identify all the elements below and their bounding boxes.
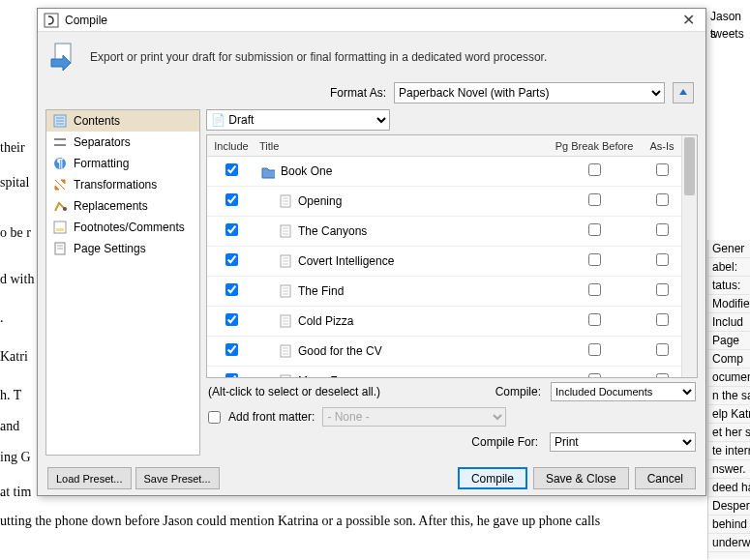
front-matter-select: - None - <box>322 407 506 427</box>
save-close-button[interactable]: Save & Close <box>533 467 629 489</box>
inspector-frag: ocumen <box>708 368 750 387</box>
format-as-select[interactable]: Paperback Novel (with Parts) <box>394 82 665 103</box>
asis-checkbox[interactable] <box>656 313 669 326</box>
inspector-frag: underwe <box>708 534 750 552</box>
nav-label: Page Settings <box>74 242 146 255</box>
pgbreak-checkbox[interactable] <box>588 253 601 266</box>
table-row[interactable]: Opening <box>207 187 681 217</box>
compile-scope-select[interactable]: Included Documents <box>551 382 696 401</box>
inspector-frag: abel: <box>708 258 750 277</box>
col-pgbreak[interactable]: Pg Break Before <box>546 140 643 152</box>
formatting-icon: ¶ <box>52 156 68 171</box>
nav-formatting[interactable]: ¶Formatting <box>46 153 199 174</box>
close-icon[interactable]: ✕ <box>676 11 700 30</box>
include-checkbox[interactable] <box>225 373 238 377</box>
document-icon <box>279 374 292 377</box>
nav-replacements[interactable]: Replacements <box>46 195 199 217</box>
col-include[interactable]: Include <box>207 140 255 152</box>
replacements-icon <box>52 198 68 214</box>
format-as-label: Format As: <box>330 86 386 100</box>
table-row[interactable]: Cold Pizza <box>207 307 681 337</box>
include-checkbox[interactable] <box>225 343 238 356</box>
page-icon <box>52 241 68 256</box>
format-up-button[interactable] <box>673 82 694 103</box>
include-checkbox[interactable] <box>225 283 238 296</box>
inspector-frag: Modified: <box>708 295 750 313</box>
asis-checkbox[interactable] <box>656 373 669 377</box>
load-preset-button[interactable]: Load Preset... <box>47 467 132 489</box>
table-row[interactable]: Book One <box>207 157 681 187</box>
row-title: Good for the CV <box>298 344 382 358</box>
pgbreak-checkbox[interactable] <box>588 313 601 326</box>
inspector-frag: tatus: <box>708 277 750 295</box>
compile-main: 📄 Draft Include Title Pg Break Before As… <box>206 109 698 456</box>
svg-text:¶: ¶ <box>57 157 64 170</box>
include-checkbox[interactable] <box>225 163 238 176</box>
asis-checkbox[interactable] <box>656 283 669 296</box>
nav-separators[interactable]: Separators <box>46 132 199 153</box>
inspector-frag: Page <box>708 332 750 350</box>
compile-for-select[interactable]: Print <box>550 432 696 452</box>
nav-label: Footnotes/Comments <box>74 221 185 234</box>
col-title[interactable]: Title <box>255 140 546 152</box>
include-checkbox[interactable] <box>225 193 238 206</box>
asis-checkbox[interactable] <box>656 163 669 176</box>
inspector-frag: Comp <box>708 350 750 368</box>
asis-checkbox[interactable] <box>656 253 669 266</box>
table-row[interactable]: Good for the CV <box>207 337 681 367</box>
inspector-frag: deed ha <box>708 479 750 497</box>
pgbreak-checkbox[interactable] <box>588 223 601 236</box>
front-matter-label: Add front matter: <box>228 410 315 424</box>
pgbreak-checkbox[interactable] <box>588 283 601 296</box>
grid-header: Include Title Pg Break Before As-Is <box>207 135 681 157</box>
inspector-frag: Desperat <box>708 497 750 516</box>
include-checkbox[interactable] <box>225 223 238 236</box>
include-checkbox[interactable] <box>225 253 238 266</box>
front-matter-checkbox[interactable] <box>208 411 221 424</box>
table-row[interactable]: Covert Intelligence <box>207 247 681 277</box>
pgbreak-checkbox[interactable] <box>588 343 601 356</box>
pgbreak-checkbox[interactable] <box>588 193 601 206</box>
asis-checkbox[interactable] <box>656 193 669 206</box>
vertical-scrollbar[interactable] <box>681 135 697 377</box>
nav-label: Transformations <box>74 178 157 192</box>
nav-transformations[interactable]: Transformations <box>46 174 199 195</box>
table-row[interactable]: Moon Face <box>207 367 681 377</box>
svg-rect-12 <box>56 228 64 231</box>
asis-checkbox[interactable] <box>656 343 669 356</box>
document-icon <box>279 284 292 298</box>
include-checkbox[interactable] <box>225 313 238 326</box>
pgbreak-checkbox[interactable] <box>588 163 601 176</box>
nav-label: Contents <box>74 114 120 128</box>
cancel-button[interactable]: Cancel <box>635 467 696 489</box>
app-icon <box>44 13 59 28</box>
folder-icon <box>261 164 275 178</box>
row-title: Book One <box>281 164 332 178</box>
compile-scope-label: Compile: <box>495 385 541 398</box>
pgbreak-checkbox[interactable] <box>588 373 601 377</box>
inspector-frag: Includ <box>708 313 750 332</box>
nav-page[interactable]: Page Settings <box>46 238 199 259</box>
save-preset-button[interactable]: Save Preset... <box>135 467 220 489</box>
compile-nav: ContentsSeparators¶FormattingTransformat… <box>45 109 200 456</box>
inspector-frag: elp Katr <box>708 405 750 424</box>
draft-select[interactable]: 📄 Draft <box>206 109 390 131</box>
row-title: The Canyons <box>298 224 367 238</box>
document-icon <box>279 194 292 208</box>
transformations-icon <box>52 177 68 192</box>
table-row[interactable]: The Canyons <box>207 217 681 247</box>
nav-footnotes[interactable]: Footnotes/Comments <box>46 217 199 238</box>
compile-button[interactable]: Compile <box>458 467 527 489</box>
row-title: Moon Face <box>298 374 356 377</box>
col-asis[interactable]: As-Is <box>643 140 681 152</box>
inspector-frag: Gener <box>708 240 750 258</box>
contents-icon <box>52 113 68 129</box>
compile-dialog: Compile ✕ Export or print your draft for… <box>37 8 706 496</box>
documents-grid: Include Title Pg Break Before As-Is Book… <box>206 134 698 378</box>
document-icon <box>279 254 292 268</box>
nav-contents[interactable]: Contents <box>46 110 199 132</box>
asis-checkbox[interactable] <box>656 223 669 236</box>
export-icon <box>49 42 80 73</box>
table-row[interactable]: The Find <box>207 277 681 307</box>
select-hint: (Alt-click to select or deselect all.) <box>208 385 380 398</box>
